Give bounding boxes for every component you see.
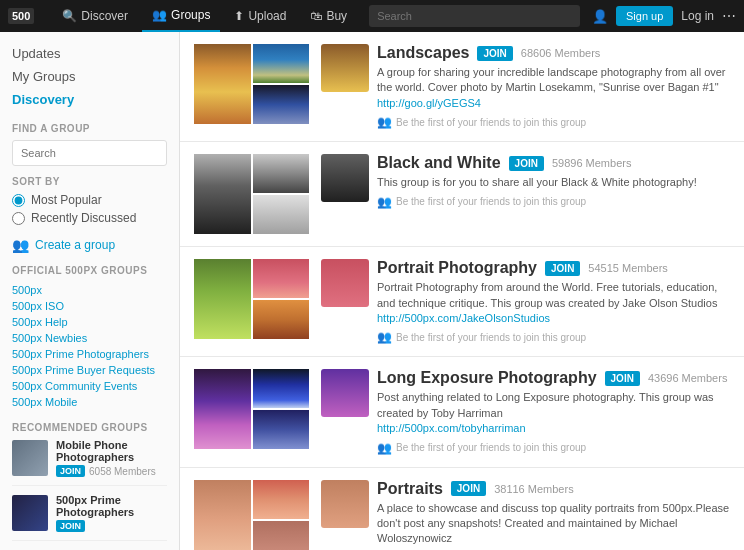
landscapes-info-wrapper: Landscapes JOIN 68606 Members A group fo… <box>321 44 730 129</box>
official-groups-label: OFFICIAL 500PX GROUPS <box>12 265 167 276</box>
bw-thumb-1 <box>194 154 251 234</box>
portraits-info-wrapper: Portraits JOIN 38116 Members A place to … <box>321 480 730 550</box>
landscapes-thumbs <box>194 44 309 124</box>
le-join-button[interactable]: JOIN <box>605 371 640 386</box>
rec-group-0-thumb <box>12 440 48 476</box>
landscapes-desc: A group for sharing your incredible land… <box>377 65 730 111</box>
rec-group-1-info: 500px Prime Photographers JOIN <box>56 494 167 532</box>
bw-desc: This group is for you to share all your … <box>377 175 730 190</box>
rec-group-1-sub: JOIN <box>56 520 167 532</box>
rec-group-0-members: 6058 Members <box>89 466 156 477</box>
landscapes-thumb-3 <box>253 85 309 124</box>
official-link-5[interactable]: 500px Prime Buyer Requests <box>12 362 167 378</box>
recently-discussed-label: Recently Discussed <box>31 211 136 225</box>
official-link-1[interactable]: 500px ISO <box>12 298 167 314</box>
portraits-thumb-2 <box>253 480 309 519</box>
rec-group-0: Mobile Phone Photographers JOIN 6058 Mem… <box>12 439 167 486</box>
sidebar: Updates My Groups Discovery FIND A GROUP… <box>0 32 180 550</box>
rec-group-1-join[interactable]: JOIN <box>56 520 85 532</box>
landscapes-info: Landscapes JOIN 68606 Members A group fo… <box>377 44 730 129</box>
landscapes-header: Landscapes JOIN 68606 Members <box>377 44 730 62</box>
portrait-thumb-2 <box>253 259 309 298</box>
portrait-photo-link[interactable]: http://500px.com/JakeOlsonStudios <box>377 311 730 326</box>
bw-thumb-2 <box>253 154 309 193</box>
create-group-label: Create a group <box>35 238 115 252</box>
le-desc: Post anything related to Long Exposure p… <box>377 390 730 436</box>
friends-icon-0: 👥 <box>377 115 392 129</box>
most-popular-option[interactable]: Most Popular <box>12 193 167 207</box>
portraits-info: Portraits JOIN 38116 Members A place to … <box>377 480 730 550</box>
portraits-join-button[interactable]: JOIN <box>451 481 486 496</box>
portrait-photo-info-wrapper: Portrait Photography JOIN 54515 Members … <box>321 259 730 344</box>
le-members: 43696 Members <box>648 372 728 384</box>
bw-header: Black and White JOIN 59896 Members <box>377 154 730 172</box>
rec-group-0-sub: JOIN 6058 Members <box>56 465 167 477</box>
bw-thumb-3 <box>253 195 309 234</box>
nav-groups[interactable]: 👥 Groups <box>142 0 220 32</box>
nav-buy[interactable]: 🛍 Buy <box>300 0 357 32</box>
landscapes-join-button[interactable]: JOIN <box>477 46 512 61</box>
sidebar-mygroups[interactable]: My Groups <box>12 65 167 88</box>
official-link-6[interactable]: 500px Community Events <box>12 378 167 394</box>
le-link[interactable]: http://500px.com/tobyharriman <box>377 421 730 436</box>
bw-join-button[interactable]: JOIN <box>509 156 544 171</box>
discover-icon: 🔍 <box>62 9 77 23</box>
find-group-label: FIND A GROUP <box>12 123 167 134</box>
le-thumb-2 <box>253 369 309 408</box>
official-link-3[interactable]: 500px Newbies <box>12 330 167 346</box>
le-info-wrapper: Long Exposure Photography JOIN 43696 Mem… <box>321 369 730 454</box>
landscapes-members: 68606 Members <box>521 47 601 59</box>
upload-icon: ⬆ <box>234 9 244 23</box>
rec-group-0-name: Mobile Phone Photographers <box>56 439 167 463</box>
nav-upload[interactable]: ⬆ Upload <box>224 0 296 32</box>
bw-members: 59896 Members <box>552 157 632 169</box>
group-card-longexposure: Long Exposure Photography JOIN 43696 Mem… <box>180 357 744 467</box>
official-link-4[interactable]: 500px Prime Photographers <box>12 346 167 362</box>
official-link-0[interactable]: 500px <box>12 282 167 298</box>
create-group-icon: 👥 <box>12 237 29 253</box>
top-navigation: 500 🔍 Discover 👥 Groups ⬆ Upload 🛍 Buy 👤… <box>0 0 744 32</box>
landscapes-link[interactable]: http://goo.gl/yGEGS4 <box>377 97 481 109</box>
logo-icon: 500 <box>8 8 34 24</box>
content-area: Updates My Groups Discovery FIND A GROUP… <box>0 32 744 550</box>
recommended-groups-label: RECOMMENDED GROUPS <box>12 422 167 433</box>
bw-thumbs-col <box>253 154 309 234</box>
search-input[interactable] <box>369 5 580 27</box>
bw-name: Black and White <box>377 154 501 172</box>
signup-button[interactable]: Sign up <box>616 6 673 26</box>
portraits-icon <box>321 480 369 528</box>
login-button[interactable]: Log in <box>681 9 714 23</box>
le-thumb-1 <box>194 369 251 449</box>
sidebar-discovery[interactable]: Discovery <box>12 88 167 111</box>
find-group-input[interactable] <box>12 140 167 166</box>
more-icon[interactable]: ⋯ <box>722 8 736 24</box>
portrait-photo-header: Portrait Photography JOIN 54515 Members <box>377 259 730 277</box>
rec-group-0-info: Mobile Phone Photographers JOIN 6058 Mem… <box>56 439 167 477</box>
friends-icon-2: 👥 <box>377 330 392 344</box>
nav-discover[interactable]: 🔍 Discover <box>52 0 138 32</box>
rec-group-1-name: 500px Prime Photographers <box>56 494 167 518</box>
landscapes-thumb-2 <box>253 44 309 83</box>
sort-by-label: SORT BY <box>12 176 167 187</box>
portraits-thumb-3 <box>253 521 309 550</box>
portrait-thumb-1 <box>194 259 251 339</box>
landscapes-thumbs-col <box>253 44 309 124</box>
portraits-members: 38116 Members <box>494 483 574 495</box>
le-header: Long Exposure Photography JOIN 43696 Mem… <box>377 369 730 387</box>
le-friends: 👥 Be the first of your friends to join t… <box>377 441 730 455</box>
friends-icon-3: 👥 <box>377 441 392 455</box>
bw-friends: 👥 Be the first of your friends to join t… <box>377 195 730 209</box>
portraits-name: Portraits <box>377 480 443 498</box>
landscapes-friends: 👥 Be the first of your friends to join t… <box>377 115 730 129</box>
portrait-photo-friends: 👥 Be the first of your friends to join t… <box>377 330 730 344</box>
rec-group-0-join[interactable]: JOIN <box>56 465 85 477</box>
recently-discussed-option[interactable]: Recently Discussed <box>12 211 167 225</box>
sidebar-updates[interactable]: Updates <box>12 42 167 65</box>
official-link-7[interactable]: 500px Mobile <box>12 394 167 410</box>
portrait-photo-icon <box>321 259 369 307</box>
search-area <box>369 5 580 27</box>
create-group-link[interactable]: 👥 Create a group <box>12 237 167 253</box>
portrait-thumbs-col <box>253 259 309 339</box>
official-link-2[interactable]: 500px Help <box>12 314 167 330</box>
portrait-photo-join-button[interactable]: JOIN <box>545 261 580 276</box>
